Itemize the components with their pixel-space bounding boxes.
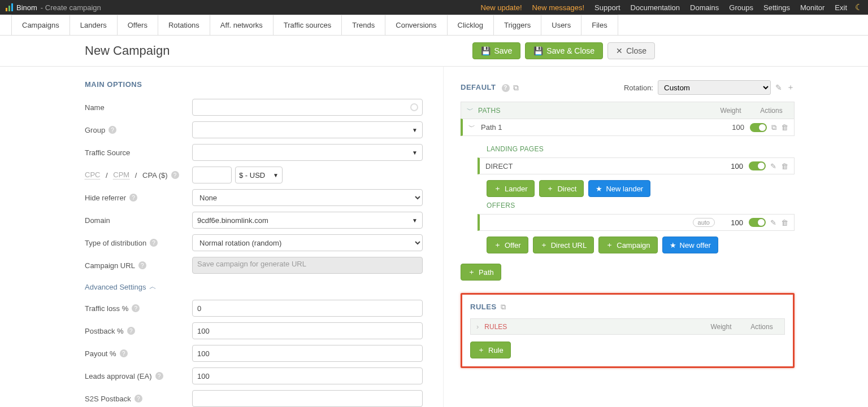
- currency-select[interactable]: $ - USD▼: [235, 167, 283, 183]
- rules-header[interactable]: › RULES Weight Actions: [470, 318, 785, 335]
- cost-input[interactable]: [192, 167, 232, 183]
- tab-trends[interactable]: Trends: [341, 15, 385, 35]
- tab-files[interactable]: Files: [581, 15, 618, 35]
- tab-affnetworks[interactable]: Aff. networks: [210, 15, 274, 35]
- trash-icon[interactable]: 🗑: [781, 162, 788, 170]
- night-mode-icon[interactable]: ☾: [855, 2, 862, 12]
- tab-users[interactable]: Users: [541, 15, 581, 35]
- toplink-messages[interactable]: New messages!: [532, 3, 584, 12]
- toplink-settings[interactable]: Settings: [763, 3, 790, 12]
- trash-icon[interactable]: 🗑: [781, 218, 788, 227]
- hint-icon[interactable]: ?: [155, 372, 163, 380]
- trafficloss-input[interactable]: [192, 300, 423, 317]
- label-payout: Payout % ?: [85, 349, 192, 358]
- toplink-groups[interactable]: Groups: [729, 3, 753, 12]
- pencil-icon[interactable]: ✎: [770, 218, 776, 227]
- hint-icon[interactable]: ?: [108, 126, 116, 134]
- cost-cpc[interactable]: CPC: [85, 170, 100, 180]
- toplink-support[interactable]: Support: [594, 3, 620, 12]
- label-tloss: Traffic loss % ?: [85, 304, 192, 313]
- offer-toggle[interactable]: [749, 218, 766, 227]
- add-offer-button[interactable]: ＋Offer: [487, 237, 528, 253]
- toplink-domains[interactable]: Domains: [690, 3, 719, 12]
- chevron-down-icon: ﹀: [468, 122, 475, 132]
- hint-icon[interactable]: ?: [127, 327, 135, 335]
- cost-cpa[interactable]: CPA ($): [142, 171, 168, 180]
- domain-select[interactable]: 9cdf6e.binomlink.com▼: [192, 212, 423, 229]
- offer-row-empty[interactable]: auto 100 ✎ 🗑: [478, 214, 795, 231]
- payout-input[interactable]: [192, 345, 423, 362]
- s2s-input[interactable]: [192, 390, 423, 407]
- lp-toggle[interactable]: [749, 161, 766, 170]
- add-directurl-button[interactable]: ＋Direct URL: [533, 237, 594, 253]
- tab-landers[interactable]: Landers: [70, 15, 118, 35]
- label-pb: Postback % ?: [85, 327, 192, 335]
- plus-icon: ＋: [494, 183, 501, 194]
- copy-icon[interactable]: ⧉: [501, 303, 506, 311]
- toplink-update[interactable]: New update!: [481, 3, 522, 12]
- traffic-source-select[interactable]: ▼: [192, 144, 423, 161]
- tab-clicklog[interactable]: Clicklog: [447, 15, 494, 35]
- rotation-select[interactable]: Custom: [658, 80, 771, 95]
- chevron-right-icon: ›: [476, 322, 479, 331]
- copy-icon[interactable]: ⧉: [513, 83, 519, 93]
- hideref-select[interactable]: None: [192, 189, 423, 206]
- default-header: DEFAULT ? ⧉ Rotation: Custom ✎ ＋: [461, 80, 795, 95]
- tab-offers[interactable]: Offers: [117, 15, 158, 35]
- pencil-icon[interactable]: ✎: [775, 83, 782, 92]
- lp-row-direct[interactable]: DIRECT 100 ✎ 🗑: [478, 157, 795, 174]
- toplink-exit[interactable]: Exit: [835, 3, 847, 12]
- add-rule-button[interactable]: ＋Rule: [470, 342, 511, 358]
- tab-triggers[interactable]: Triggers: [493, 15, 541, 35]
- postback-input[interactable]: [192, 322, 423, 339]
- tab-trafficsources[interactable]: Traffic sources: [273, 15, 342, 35]
- plus-icon[interactable]: ＋: [787, 82, 795, 93]
- save-close-button[interactable]: 💾 Save & Close: [525, 42, 603, 59]
- logo: Binom - Create campaign: [6, 3, 101, 12]
- offer-weight: 100: [721, 218, 743, 227]
- new-offer-button[interactable]: ★New offer: [662, 237, 718, 253]
- copy-icon[interactable]: ⧉: [771, 123, 776, 132]
- toplink-monitor[interactable]: Monitor: [800, 3, 824, 12]
- add-lander-button[interactable]: ＋Lander: [487, 180, 535, 197]
- tab-conversions[interactable]: Conversions: [385, 15, 447, 35]
- hint-icon[interactable]: ?: [138, 261, 146, 269]
- hint-icon[interactable]: ?: [134, 395, 142, 402]
- path-label: Path 1: [481, 123, 502, 132]
- tab-campaigns[interactable]: Campaigns: [11, 15, 70, 35]
- toplink-docs[interactable]: Documentation: [631, 3, 680, 12]
- add-path-button[interactable]: ＋Path: [461, 264, 501, 281]
- add-campaign-button[interactable]: ＋Campaign: [598, 237, 657, 253]
- close-button[interactable]: ✕ Close: [607, 42, 655, 59]
- label-s2s: S2S Postback ?: [85, 395, 192, 403]
- hint-icon[interactable]: ?: [132, 304, 140, 312]
- paths-header[interactable]: ﹀ PATHS Weight Actions: [461, 102, 795, 119]
- plus-icon: ＋: [540, 240, 548, 250]
- auto-pill[interactable]: auto: [693, 218, 715, 227]
- distribution-select[interactable]: Normal rotation (random): [192, 234, 423, 251]
- lp-heading: LANDING PAGES: [478, 141, 795, 157]
- hint-icon[interactable]: ?: [171, 171, 179, 179]
- url-input-disabled: Save campaign for generate URL: [192, 257, 423, 274]
- hint-icon[interactable]: ?: [502, 84, 510, 92]
- label-leads: Leads approval (EA) ?: [85, 372, 192, 380]
- hint-icon[interactable]: ?: [129, 194, 137, 202]
- advanced-toggle[interactable]: Advanced Settings ︿: [85, 282, 443, 292]
- group-select[interactable]: ▼: [192, 121, 423, 138]
- hint-icon[interactable]: ?: [150, 239, 158, 247]
- cost-cpm[interactable]: CPM: [113, 170, 129, 180]
- plus-icon: ＋: [606, 240, 613, 250]
- leads-input[interactable]: [192, 367, 423, 384]
- pencil-icon[interactable]: ✎: [770, 162, 776, 170]
- path-row[interactable]: ﹀ Path 1 100 ⧉ 🗑: [461, 119, 795, 136]
- save-button[interactable]: 💾 Save: [472, 42, 520, 59]
- trash-icon[interactable]: 🗑: [781, 123, 788, 132]
- offers-heading: OFFERS: [478, 197, 795, 214]
- tab-rotations[interactable]: Rotations: [158, 15, 210, 35]
- new-lander-button[interactable]: ★New lander: [588, 180, 650, 197]
- add-direct-button[interactable]: ＋Direct: [539, 180, 584, 197]
- save-close-label: Save & Close: [546, 46, 594, 55]
- hint-icon[interactable]: ?: [120, 349, 128, 357]
- path-toggle[interactable]: [750, 123, 767, 132]
- name-input[interactable]: [192, 99, 423, 116]
